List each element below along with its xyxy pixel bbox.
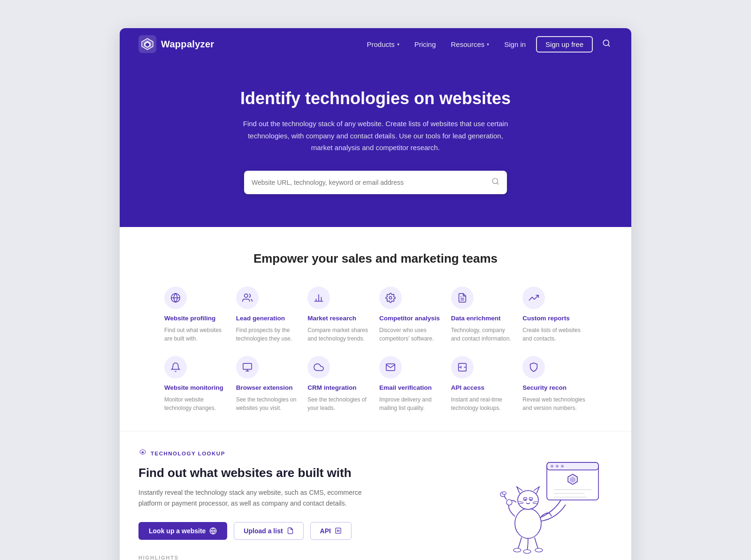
upload-list-button[interactable]: Upload a list — [234, 522, 303, 540]
svg-point-45 — [530, 499, 532, 500]
nav-pricing[interactable]: Pricing — [408, 37, 443, 52]
nav-links: Products ▾ Pricing Resources ▾ Sign in S… — [360, 36, 613, 53]
feature-browser-extension[interactable]: Browser extension See the technologies o… — [236, 356, 300, 412]
feature-name: Security recon — [522, 384, 567, 392]
features-grid: Website profiling Find out what websites… — [164, 287, 587, 412]
hero-subtitle: Find out the technology stack of any web… — [239, 118, 512, 154]
feature-desc: Discover who uses competitors' software. — [379, 326, 444, 343]
feature-desc: Instant and real-time technology lookups… — [451, 395, 515, 412]
feature-name: Custom reports — [522, 315, 570, 322]
navbar: Wappalyzer Products ▾ Pricing Resources … — [120, 28, 631, 60]
feature-icon-monitor — [236, 356, 259, 378]
feature-market-research[interactable]: Market research Compare market shares an… — [307, 287, 372, 343]
feature-desc: Monitor website technology changes. — [164, 395, 229, 412]
features-title: Empower your sales and marketing teams — [138, 251, 613, 266]
nav-resources[interactable]: Resources ▾ — [444, 37, 496, 52]
lookup-section: TECHNOLOGY LOOKUP Find out what websites… — [120, 431, 631, 560]
feature-desc: Technology, company and contact informat… — [451, 326, 515, 343]
logo-text: Wappalyzer — [161, 39, 214, 50]
feature-website-monitoring[interactable]: Website monitoring Monitor website techn… — [164, 356, 229, 412]
feature-name: Lead generation — [236, 315, 285, 322]
feature-desc: Compare market shares and technology tre… — [307, 326, 372, 343]
chevron-down-icon: ▾ — [397, 42, 399, 47]
feature-desc: Find out what websites are built with. — [164, 326, 229, 343]
feature-icon-shield — [522, 356, 545, 378]
feature-name: Website profiling — [164, 315, 215, 322]
feature-name: Website monitoring — [164, 384, 223, 392]
signup-button[interactable]: Sign up free — [536, 36, 593, 53]
svg-rect-18 — [243, 363, 251, 370]
svg-point-52 — [535, 548, 543, 552]
lookup-content: TECHNOLOGY LOOKUP Find out what websites… — [138, 448, 462, 560]
feature-desc: Create lists of websites and contacts. — [522, 326, 587, 343]
feature-competitor-analysis[interactable]: Competitor analysis Discover who uses co… — [379, 287, 444, 343]
feature-name: Market research — [307, 315, 356, 322]
feature-desc: Improve delivery and mailing list qualit… — [379, 395, 444, 412]
logo-icon — [138, 35, 156, 53]
svg-point-15 — [389, 296, 392, 299]
lookup-desc: Instantly reveal the technology stack an… — [138, 487, 383, 509]
nav-products[interactable]: Products ▾ — [360, 37, 406, 52]
lookup-title: Find out what websites are built with — [138, 465, 462, 481]
lookup-badge: TECHNOLOGY LOOKUP — [138, 448, 462, 459]
svg-point-10 — [244, 294, 247, 297]
feature-security-recon[interactable]: Security recon Reveal web technologies a… — [522, 356, 587, 412]
lookup-illustration — [481, 448, 613, 560]
feature-name: Browser extension — [236, 384, 293, 392]
feature-icon-mail — [379, 356, 402, 378]
feature-icon-settings — [379, 287, 402, 309]
browser-window: Wappalyzer Products ▾ Pricing Resources … — [120, 28, 631, 560]
feature-custom-reports[interactable]: Custom reports Create lists of websites … — [522, 287, 587, 343]
feature-crm-integration[interactable]: CRM integration See the technologies of … — [307, 356, 372, 412]
svg-point-44 — [525, 499, 526, 500]
highlights-label: HIGHLIGHTS — [138, 555, 462, 560]
svg-rect-31 — [547, 462, 598, 470]
hero-section: Identify technologies on websites Find o… — [120, 60, 631, 227]
feature-desc: Find prospects by the technologies they … — [236, 326, 300, 343]
feature-data-enrichment[interactable]: Data enrichment Technology, company and … — [451, 287, 515, 343]
svg-line-7 — [497, 182, 498, 184]
feature-icon-file — [451, 287, 474, 309]
svg-point-51 — [523, 550, 531, 553]
lookup-badge-icon — [138, 448, 147, 459]
svg-point-32 — [551, 465, 553, 468]
svg-point-33 — [556, 465, 559, 468]
feature-desc: Reveal web technologies and version numb… — [522, 395, 587, 412]
hero-title: Identify technologies on websites — [138, 88, 613, 108]
svg-point-34 — [561, 465, 564, 468]
search-submit-icon[interactable] — [491, 177, 499, 188]
feature-name: CRM integration — [307, 384, 356, 392]
feature-lead-generation[interactable]: Lead generation Find prospects by the te… — [236, 287, 300, 343]
feature-desc: See the technologies of your leads. — [307, 395, 372, 412]
feature-icon-users — [236, 287, 259, 309]
feature-icon-code — [451, 356, 474, 378]
svg-point-40 — [515, 508, 541, 538]
search-bar[interactable] — [244, 171, 507, 194]
feature-name: Competitor analysis — [379, 315, 440, 322]
feature-icon-bell — [164, 356, 187, 378]
feature-icon-globe — [164, 287, 187, 309]
feature-name: Email verification — [379, 384, 432, 392]
feature-icon-trending-up — [522, 287, 545, 309]
feature-website-profiling[interactable]: Website profiling Find out what websites… — [164, 287, 229, 343]
signin-button[interactable]: Sign in — [498, 37, 532, 52]
svg-point-53 — [506, 499, 512, 505]
feature-icon-bar-chart — [307, 287, 330, 309]
search-icon[interactable] — [600, 37, 613, 52]
features-section: Empower your sales and marketing teams W… — [120, 227, 631, 431]
feature-name: Data enrichment — [451, 315, 501, 322]
feature-api-access[interactable]: API access Instant and real-time technol… — [451, 356, 515, 412]
logo-area[interactable]: Wappalyzer — [138, 35, 214, 53]
lookup-buttons: Look up a website Upload a list API — [138, 522, 462, 540]
svg-point-41 — [518, 491, 538, 509]
chevron-down-icon: ▾ — [487, 42, 489, 47]
lookup-website-button[interactable]: Look up a website — [138, 522, 227, 540]
svg-point-50 — [513, 548, 521, 552]
search-input[interactable] — [252, 179, 491, 186]
lookup-badge-label: TECHNOLOGY LOOKUP — [151, 451, 225, 456]
feature-email-verification[interactable]: Email verification Improve delivery and … — [379, 356, 444, 412]
highlights-section: HIGHLIGHTS ✓ Instant results ✓ 50 Free m… — [138, 555, 462, 560]
api-button[interactable]: API — [310, 522, 352, 540]
feature-icon-cloud — [307, 356, 330, 378]
feature-name: API access — [451, 384, 484, 392]
